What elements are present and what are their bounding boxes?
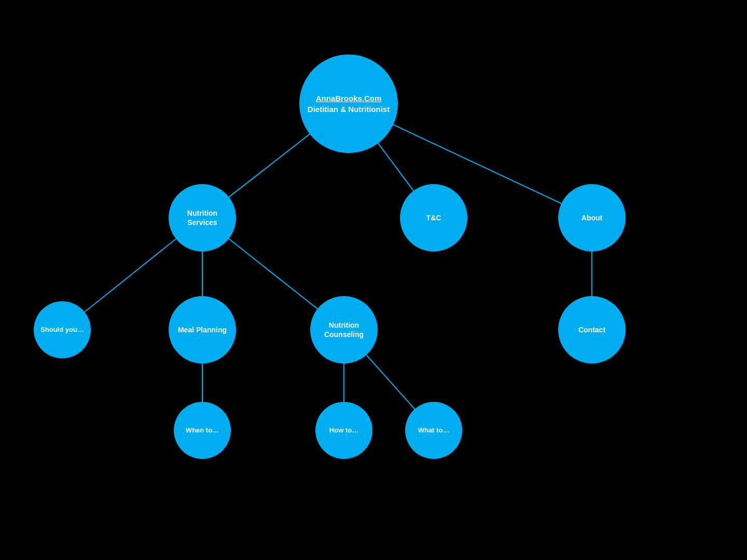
node-meal-planning[interactable]: Meal Planning [169,296,236,363]
contact-label: Contact [578,326,605,334]
node-about[interactable]: About [558,184,626,251]
node-when-to[interactable]: When to… [174,402,231,459]
node-tc[interactable]: T&C [400,184,467,251]
root-subtitle: Dietitian & Nutritionist [308,105,390,114]
what-to-label: What to… [418,426,450,434]
how-to-label: How to… [329,426,358,434]
node-root[interactable]: AnnaBrooks.Com Dietitian & Nutritionist [299,54,398,153]
node-should-you[interactable]: Should you… [34,301,91,358]
tc-label: T&C [426,214,441,222]
nutrition-services-label: Nutrition Services [187,209,217,227]
when-to-label: When to… [186,426,219,434]
node-contact[interactable]: Contact [558,296,626,363]
node-nutrition-counseling[interactable]: Nutrition Counseling [310,296,378,363]
nutrition-counseling-label: Nutrition Counseling [324,321,364,339]
node-nutrition-services[interactable]: Nutrition Services [169,184,236,251]
root-link[interactable]: AnnaBrooks.Com [316,94,382,103]
node-what-to[interactable]: What to… [405,402,462,459]
about-label: About [582,214,602,222]
node-how-to[interactable]: How to… [315,402,372,459]
meal-planning-label: Meal Planning [178,326,227,334]
should-you-label: Should you… [40,326,84,333]
mindmap-canvas: AnnaBrooks.Com Dietitian & Nutritionist … [0,0,747,560]
